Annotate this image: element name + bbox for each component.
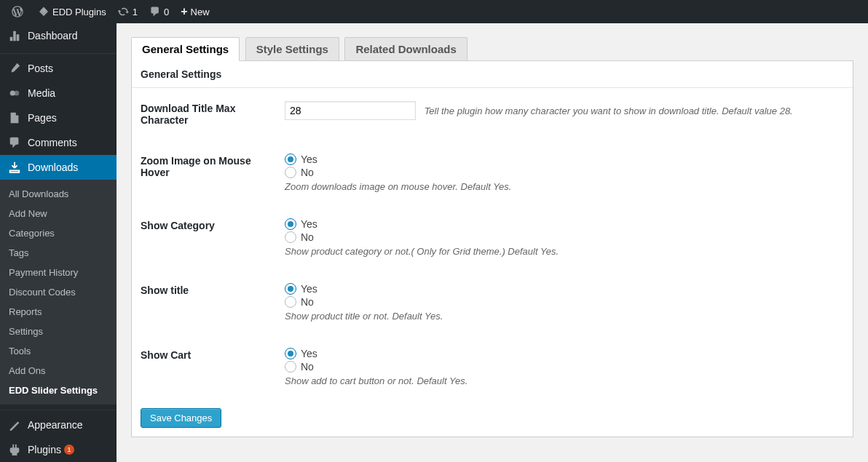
comments-link[interactable]: 0 bbox=[143, 0, 175, 23]
wp-logo[interactable] bbox=[6, 0, 32, 23]
new-label: New bbox=[191, 7, 210, 17]
site-name-link[interactable]: EDD Plugins bbox=[32, 0, 112, 23]
comments-count: 0 bbox=[164, 7, 169, 17]
new-content-link[interactable]: +New bbox=[175, 0, 215, 23]
updates-link[interactable]: 1 bbox=[112, 0, 143, 23]
site-name: EDD Plugins bbox=[52, 7, 106, 17]
admin-toolbar: EDD Plugins 1 0 +New bbox=[0, 0, 868, 23]
updates-count: 1 bbox=[133, 7, 138, 17]
